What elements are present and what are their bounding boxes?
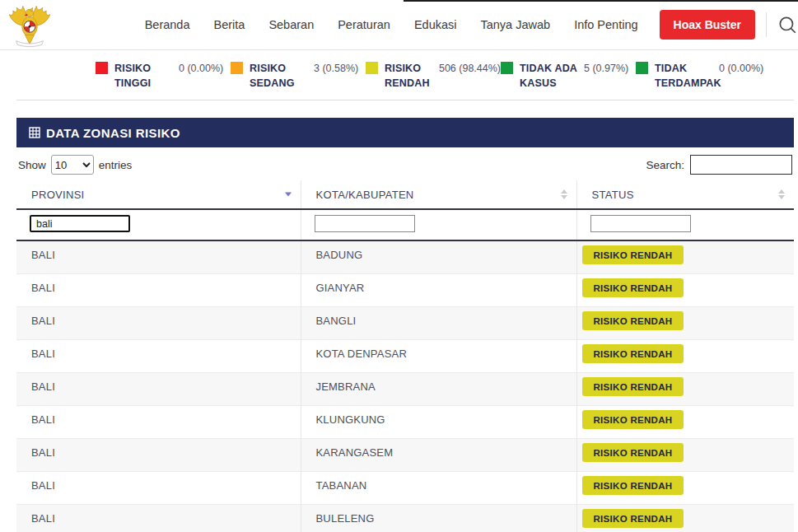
legend-label: TIDAK ADA KASUS xyxy=(520,61,579,91)
cell-provinsi: BALI xyxy=(16,438,301,471)
table-row: BALI KARANGASEM RISIKO RENDAH xyxy=(16,438,794,471)
legend-item: TIDAK ADA KASUS 5 (0.97%) xyxy=(501,61,636,91)
cell-status: RISIKO RENDAH xyxy=(576,438,794,471)
cell-provinsi: BALI xyxy=(16,372,301,405)
page-length-select[interactable]: 10 xyxy=(51,155,94,175)
legend-value: 0 (0.00%) xyxy=(719,61,763,74)
status-badge: RISIKO RENDAH xyxy=(582,509,684,528)
cell-kota: BADUNG xyxy=(301,240,576,273)
length-control: Show 10 entries xyxy=(18,155,132,175)
legend-color-swatch xyxy=(231,62,243,74)
cell-kota: JEMBRANA xyxy=(301,372,576,405)
table-row: BALI TABANAN RISIKO RENDAH xyxy=(16,471,794,504)
cell-status: RISIKO RENDAH xyxy=(576,306,794,339)
status-badge: RISIKO RENDAH xyxy=(582,245,684,264)
table-row: BALI BULELENG RISIKO RENDAH xyxy=(16,504,794,532)
legend-color-swatch xyxy=(636,62,648,74)
status-badge: RISIKO RENDAH xyxy=(582,443,684,462)
search-input[interactable] xyxy=(690,155,792,175)
cell-kota: KLUNGKUNG xyxy=(301,405,576,438)
panel-title: DATA ZONASI RISIKO xyxy=(46,126,180,140)
table-row: BALI BADUNG RISIKO RENDAH xyxy=(16,240,794,273)
search-icon[interactable] xyxy=(777,14,798,35)
legend-item: RISIKO TINGGI 0 (0.00%) xyxy=(96,61,231,91)
top-strip xyxy=(404,0,798,2)
cell-status: RISIKO RENDAH xyxy=(576,273,794,306)
cell-status: RISIKO RENDAH xyxy=(576,339,794,372)
cell-provinsi: BALI xyxy=(16,240,301,273)
cell-kota: KARANGASEM xyxy=(301,438,576,471)
cell-kota: KOTA DENPASAR xyxy=(301,339,576,372)
entries-label: entries xyxy=(99,159,133,171)
legend-value: 0 (0.00%) xyxy=(179,61,223,74)
cell-status: RISIKO RENDAH xyxy=(576,240,794,273)
search-label: Search: xyxy=(646,159,684,171)
nav-item-beranda[interactable]: Beranda xyxy=(145,18,190,31)
cell-status: RISIKO RENDAH xyxy=(576,405,794,438)
legend-color-swatch xyxy=(501,62,513,74)
panel-header: DATA ZONASI RISIKO xyxy=(16,118,794,147)
table-body: BALI BADUNG RISIKO RENDAH BALI GIANYAR R… xyxy=(16,240,794,532)
filter-input-provinsi[interactable] xyxy=(30,215,130,232)
table-controls: Show 10 entries Search: xyxy=(0,155,794,175)
hoax-buster-button[interactable]: Hoax Buster xyxy=(660,10,755,40)
filter-input-status[interactable] xyxy=(590,215,691,232)
status-badge: RISIKO RENDAH xyxy=(582,410,684,429)
legend-value: 5 (0.97%) xyxy=(584,61,628,74)
search-control: Search: xyxy=(646,155,792,175)
nav-item-info-penting[interactable]: Info Penting xyxy=(574,18,637,31)
legend-item: RISIKO RENDAH 506 (98.44%) xyxy=(366,61,501,91)
cell-kota: TABANAN xyxy=(301,471,576,504)
nav-item-tanya-jawab[interactable]: Tanya Jawab xyxy=(480,18,550,31)
legend-item: TIDAK TERDAMPAK 0 (0.00%) xyxy=(636,61,771,91)
cell-status: RISIKO RENDAH xyxy=(576,372,794,405)
main-nav: Beranda Berita Sebaran Peraturan Edukasi… xyxy=(145,18,638,31)
column-header-provinsi[interactable]: PROVINSI xyxy=(16,180,301,209)
table-header-row: PROVINSI KOTA/KABUPATEN STATUS xyxy=(16,180,794,209)
cell-provinsi: BALI xyxy=(16,471,301,504)
garuda-logo[interactable] xyxy=(7,2,53,49)
legend-value: 3 (0.58%) xyxy=(314,61,358,74)
nav-divider xyxy=(766,12,767,37)
status-badge: RISIKO RENDAH xyxy=(582,311,684,330)
nav-item-edukasi[interactable]: Edukasi xyxy=(414,18,457,31)
table-row: BALI BANGLI RISIKO RENDAH xyxy=(16,306,794,339)
sort-icon xyxy=(561,189,567,199)
status-badge: RISIKO RENDAH xyxy=(582,476,684,495)
table-filter-row xyxy=(16,209,794,240)
risk-legend: RISIKO TINGGI 0 (0.00%) RISIKO SEDANG 3 … xyxy=(16,50,794,100)
cell-status: RISIKO RENDAH xyxy=(576,471,794,504)
column-header-status[interactable]: STATUS xyxy=(576,180,794,209)
status-badge: RISIKO RENDAH xyxy=(582,278,684,297)
legend-label: TIDAK TERDAMPAK xyxy=(655,61,714,91)
cell-status: RISIKO RENDAH xyxy=(576,504,794,532)
nav-item-sebaran[interactable]: Sebaran xyxy=(268,18,314,31)
legend-label: RISIKO TINGGI xyxy=(114,61,174,91)
navbar: Beranda Berita Sebaran Peraturan Edukasi… xyxy=(0,0,798,50)
legend-value: 506 (98.44%) xyxy=(439,61,501,74)
filter-input-kota[interactable] xyxy=(315,215,415,232)
cell-kota: BULELENG xyxy=(301,504,576,532)
table-row: BALI JEMBRANA RISIKO RENDAH xyxy=(16,372,794,405)
legend-item: RISIKO SEDANG 3 (0.58%) xyxy=(231,61,366,91)
cell-provinsi: BALI xyxy=(16,504,301,532)
nav-item-peraturan[interactable]: Peraturan xyxy=(338,18,390,31)
sort-icon xyxy=(778,189,785,199)
cell-kota: GIANYAR xyxy=(301,273,576,306)
legend-label: RISIKO RENDAH xyxy=(385,61,434,91)
nav-item-berita[interactable]: Berita xyxy=(213,18,245,31)
cell-provinsi: BALI xyxy=(16,273,301,306)
cell-provinsi: BALI xyxy=(16,405,301,438)
show-label: Show xyxy=(18,159,46,171)
column-header-kota[interactable]: KOTA/KABUPATEN xyxy=(301,180,576,209)
cell-kota: BANGLI xyxy=(301,306,576,339)
cell-provinsi: BALI xyxy=(16,306,301,339)
legend-color-swatch xyxy=(96,62,108,74)
legend-color-swatch xyxy=(366,62,378,74)
table-row: BALI GIANYAR RISIKO RENDAH xyxy=(16,273,794,306)
status-badge: RISIKO RENDAH xyxy=(582,344,684,363)
status-badge: RISIKO RENDAH xyxy=(582,377,684,396)
table-icon xyxy=(29,127,40,138)
table-row: BALI KLUNGKUNG RISIKO RENDAH xyxy=(16,405,794,438)
table-row: BALI KOTA DENPASAR RISIKO RENDAH xyxy=(16,339,794,372)
